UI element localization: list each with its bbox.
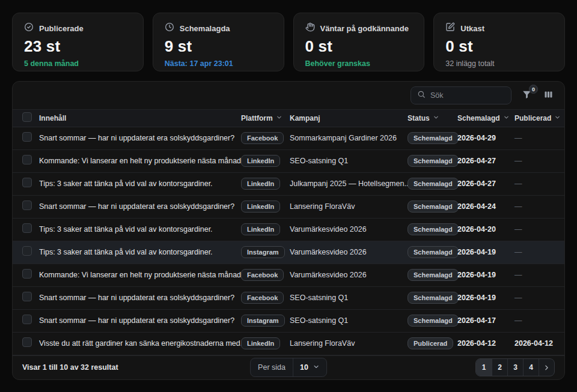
next-page-button[interactable] bbox=[539, 359, 554, 376]
row-scheduled-date: 2026-04-29 bbox=[457, 134, 514, 142]
row-checkbox[interactable] bbox=[22, 337, 32, 347]
row-published-date: — bbox=[514, 202, 555, 211]
row-campaign-text: SEO-satsning Q1 bbox=[290, 316, 408, 325]
row-scheduled-date: 2026-04-19 bbox=[457, 248, 514, 256]
row-checkbox[interactable] bbox=[22, 132, 32, 142]
table-row[interactable]: Kommande: Vi lanserar en helt ny produkt… bbox=[13, 150, 564, 173]
platform-badge: LinkedIn bbox=[241, 155, 280, 167]
row-checkbox[interactable] bbox=[22, 269, 32, 279]
row-published-date: — bbox=[514, 225, 555, 234]
table-row[interactable]: Tips: 3 saker att tänka på vid val av ko… bbox=[13, 173, 564, 196]
per-page-select[interactable]: 10 bbox=[293, 358, 326, 376]
row-content-text: Kommande: Vi lanserar en helt ny produkt… bbox=[39, 157, 241, 165]
select-all-checkbox[interactable] bbox=[22, 112, 32, 122]
stat-subtext: Nästa: 17 apr 23:01 bbox=[165, 59, 272, 68]
table-row[interactable]: Snart sommar — har ni uppdaterat era sol… bbox=[13, 196, 564, 219]
row-checkbox[interactable] bbox=[22, 246, 32, 256]
row-content-text: Snart sommar — har ni uppdaterat era sol… bbox=[39, 134, 241, 142]
row-checkbox-cell bbox=[22, 269, 39, 281]
platform-badge: Instagram bbox=[241, 246, 285, 258]
page-button-2[interactable]: 2 bbox=[492, 359, 507, 376]
row-checkbox-cell bbox=[22, 292, 39, 304]
stat-value: 0 st bbox=[305, 37, 413, 56]
stat-card-scheduled: Schemalagda 9 st Nästa: 17 apr 23:01 bbox=[153, 13, 284, 71]
search-box[interactable] bbox=[411, 86, 511, 104]
platform-badge: LinkedIn bbox=[241, 178, 280, 190]
table-row[interactable]: Snart sommar — har ni uppdaterat era sol… bbox=[13, 287, 564, 310]
search-input[interactable] bbox=[430, 91, 505, 100]
row-campaign-text: Sommarkampanj Gardiner 2026 bbox=[290, 134, 408, 142]
row-checkbox[interactable] bbox=[22, 292, 32, 301]
column-header-published[interactable]: Publicerad bbox=[514, 114, 561, 122]
row-content-text: Tips: 3 saker att tänka på vid val av ko… bbox=[39, 248, 241, 256]
status-badge: Schemalagd bbox=[408, 223, 459, 235]
row-checkbox-cell bbox=[22, 178, 39, 190]
status-badge: Publicerad bbox=[408, 337, 453, 349]
status-badge: Schemalagd bbox=[408, 246, 459, 258]
row-platform-cell: Instagram bbox=[241, 246, 290, 258]
table-row[interactable]: Snart sommar — har ni uppdaterat era sol… bbox=[13, 127, 564, 150]
row-checkbox[interactable] bbox=[22, 178, 32, 187]
row-campaign-text: SEO-satsning Q1 bbox=[290, 157, 408, 165]
row-published-date: — bbox=[514, 179, 555, 188]
row-scheduled-date: 2026-04-27 bbox=[457, 157, 514, 165]
row-checkbox[interactable] bbox=[22, 315, 32, 324]
per-page-label: Per sida bbox=[251, 358, 293, 376]
posts-table-panel: 0 Innehåll Plattform Kampanj Status Sche… bbox=[12, 81, 565, 380]
chevron-down-icon bbox=[503, 114, 510, 122]
row-campaign-text: Julkampanj 2025 — Hotellsegmen... bbox=[290, 179, 408, 188]
row-content-text: Visste du att rätt gardiner kan sänka en… bbox=[39, 339, 241, 348]
row-status-cell: Schemalagd bbox=[408, 178, 457, 190]
page-button-4[interactable]: 4 bbox=[523, 359, 539, 376]
table-row[interactable]: Kommande: Vi lanserar en helt ny produkt… bbox=[13, 264, 564, 287]
row-platform-cell: LinkedIn bbox=[241, 223, 290, 235]
row-campaign-text: Varumärkesvideo 2026 bbox=[290, 225, 408, 234]
column-header-platform[interactable]: Plattform bbox=[241, 114, 290, 122]
row-campaign-text: SEO-satsning Q1 bbox=[290, 294, 408, 302]
page-button-3[interactable]: 3 bbox=[507, 359, 523, 376]
column-header-content: Innehåll bbox=[39, 114, 241, 122]
column-header-status[interactable]: Status bbox=[408, 114, 457, 122]
status-badge: Schemalagd bbox=[408, 269, 459, 281]
chevron-down-icon bbox=[433, 114, 439, 122]
row-platform-cell: LinkedIn bbox=[241, 178, 290, 190]
row-platform-cell: LinkedIn bbox=[241, 155, 290, 167]
row-platform-cell: Facebook bbox=[241, 132, 290, 144]
status-badge: Schemalagd bbox=[408, 292, 459, 304]
filter-button[interactable]: 0 bbox=[520, 89, 533, 102]
row-scheduled-date: 2026-04-24 bbox=[457, 202, 514, 211]
table-row[interactable]: Visste du att rätt gardiner kan sänka en… bbox=[13, 333, 564, 355]
status-badge: Schemalagd bbox=[408, 178, 459, 190]
row-checkbox[interactable] bbox=[22, 201, 32, 210]
filter-count-badge: 0 bbox=[529, 85, 538, 94]
platform-badge: Instagram bbox=[241, 315, 285, 327]
chevron-down-icon bbox=[276, 114, 282, 122]
per-page-control: Per sida 10 bbox=[250, 358, 327, 377]
table-row[interactable]: Snart sommar — har ni uppdaterat era sol… bbox=[13, 310, 564, 333]
row-scheduled-date: 2026-04-17 bbox=[457, 316, 514, 325]
stat-subtext: 32 inlägg totalt bbox=[445, 59, 553, 68]
row-checkbox-cell bbox=[22, 155, 39, 167]
row-checkbox[interactable] bbox=[22, 223, 32, 233]
stat-label: Publicerade bbox=[39, 24, 84, 33]
row-status-cell: Schemalagd bbox=[408, 315, 457, 327]
row-published-date: — bbox=[514, 134, 555, 142]
row-published-date: — bbox=[514, 294, 555, 302]
row-scheduled-date: 2026-04-19 bbox=[457, 294, 514, 302]
row-platform-cell: LinkedIn bbox=[241, 337, 290, 349]
row-scheduled-date: 2026-04-12 bbox=[457, 339, 514, 348]
page-button-1[interactable]: 1 bbox=[476, 359, 492, 376]
row-status-cell: Schemalagd bbox=[408, 269, 457, 281]
row-scheduled-date: 2026-04-19 bbox=[457, 271, 514, 279]
row-checkbox[interactable] bbox=[22, 155, 32, 164]
row-campaign-text: Lansering FloraVäv bbox=[290, 202, 408, 211]
table-row[interactable]: Tips: 3 saker att tänka på vid val av ko… bbox=[13, 241, 564, 264]
table-row[interactable]: Tips: 3 saker att tänka på vid val av ko… bbox=[13, 219, 564, 241]
stat-card-pending-approval: Väntar på godkännande 0 st Behöver grans… bbox=[293, 13, 425, 71]
columns-button[interactable] bbox=[542, 89, 555, 102]
column-header-scheduled[interactable]: Schemalagd bbox=[457, 114, 514, 122]
square-pen-icon bbox=[445, 22, 455, 34]
status-badge: Schemalagd bbox=[408, 315, 459, 327]
row-campaign-text: Varumärkesvideo 2026 bbox=[290, 248, 408, 256]
row-checkbox-cell bbox=[22, 223, 39, 235]
